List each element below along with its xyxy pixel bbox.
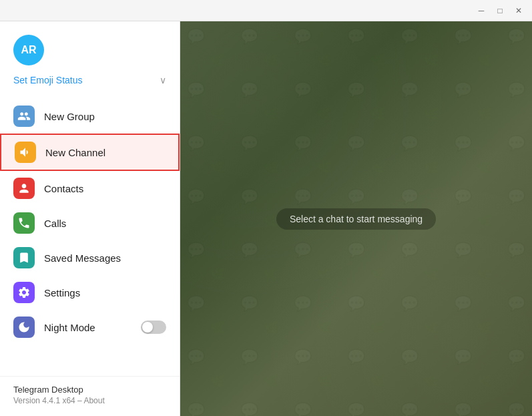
sidebar-item-contacts[interactable]: Contacts	[0, 171, 180, 206]
emoji-status-row: Set Emoji Status ∨	[0, 72, 180, 96]
new-channel-label: New Channel	[45, 147, 165, 158]
minimize-button[interactable]: ─	[473, 3, 489, 19]
new-group-icon	[13, 106, 35, 127]
select-chat-placeholder: Select a chat to start messaging	[276, 208, 436, 230]
window-titlebar: ─ □ ✕	[0, 0, 532, 21]
sidebar-footer: Telegram Desktop Version 4.4.1 x64 – Abo…	[0, 376, 180, 416]
sidebar-item-new-channel[interactable]: New Channel	[0, 134, 180, 171]
chevron-down-icon: ∨	[160, 75, 166, 85]
night-mode-label: Night Mode	[44, 322, 131, 333]
maximize-button[interactable]: □	[492, 3, 508, 19]
night-mode-toggle-container	[141, 321, 166, 334]
menu-list: New Group New Channel Contacts	[0, 96, 180, 376]
app-name: Telegram Desktop	[13, 385, 166, 395]
sidebar-item-settings[interactable]: Settings	[0, 275, 180, 310]
contacts-icon	[13, 178, 35, 199]
chat-area: 💬 🌿 Select a chat to start messaging	[180, 21, 532, 416]
sidebar: AR Set Emoji Status ∨ New Group	[0, 21, 180, 416]
avatar-section: AR	[0, 21, 180, 72]
sidebar-item-calls[interactable]: Calls	[0, 206, 180, 240]
new-group-label: New Group	[44, 111, 166, 122]
avatar[interactable]: AR	[13, 35, 44, 65]
saved-messages-label: Saved Messages	[44, 252, 166, 264]
night-mode-toggle[interactable]	[141, 321, 166, 334]
night-mode-icon	[13, 317, 35, 338]
app-version: Version 4.4.1 x64 – About	[13, 396, 166, 405]
close-button[interactable]: ✕	[511, 3, 527, 19]
sidebar-item-night-mode[interactable]: Night Mode	[0, 310, 180, 345]
sidebar-item-new-group[interactable]: New Group	[0, 99, 180, 134]
sidebar-item-saved-messages[interactable]: Saved Messages	[0, 240, 180, 275]
contacts-label: Contacts	[44, 183, 166, 194]
settings-icon	[13, 282, 35, 303]
calls-icon	[13, 212, 35, 234]
settings-label: Settings	[44, 287, 166, 298]
calls-label: Calls	[44, 218, 166, 229]
new-channel-icon	[15, 142, 36, 163]
saved-messages-icon	[13, 247, 35, 268]
main-container: AR Set Emoji Status ∨ New Group	[0, 21, 532, 416]
emoji-status-link[interactable]: Set Emoji Status	[13, 75, 83, 85]
